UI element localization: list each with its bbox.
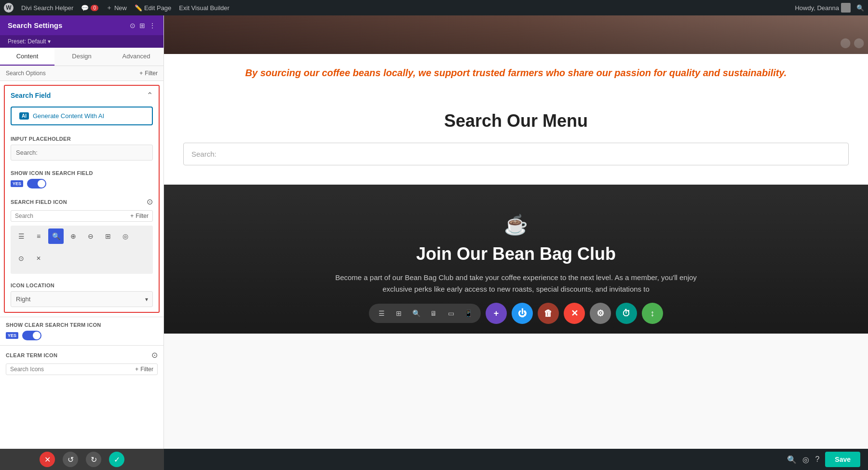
user-greeting[interactable]: Howdy, Deanna <box>795 3 851 13</box>
clear-icon-filter-button[interactable]: + Filter <box>135 366 153 373</box>
preset-label: Preset: Default <box>8 38 46 45</box>
search-bar-preview[interactable]: Search: <box>183 143 849 165</box>
clear-toggle-thumb <box>33 332 41 339</box>
panel-header: Search Settings ⊙ ⊞ ⋮ <box>0 15 163 35</box>
clear-toggle-wrapper: YES <box>6 331 158 340</box>
collapse-icon[interactable]: ⌃ <box>147 91 153 100</box>
exit-builder-link[interactable]: Exit Visual Builder <box>179 4 230 12</box>
dark-section: ☕ Join Our Bean Bag Club Become a part o… <box>164 185 868 334</box>
module-settings-button[interactable]: ⚙ <box>590 303 611 324</box>
delete-button[interactable]: 🗑 <box>538 303 559 324</box>
search-options-label: Search Options <box>6 70 46 77</box>
ai-generate-label: Generate Content With AI <box>33 112 104 120</box>
show-icon-toggle[interactable] <box>27 179 46 188</box>
plus-icon: + <box>139 70 143 77</box>
tablet-icon[interactable]: ▭ <box>444 307 458 320</box>
check-icon: ✓ <box>114 455 120 464</box>
settings-list-icon[interactable]: ☰ <box>375 307 388 320</box>
zoom-in-icon[interactable]: ⊕ <box>66 228 81 244</box>
new-label: New <box>114 4 127 12</box>
list2-icon[interactable]: ≡ <box>31 228 46 244</box>
circle-page-icon[interactable]: ◎ <box>802 455 809 464</box>
ai-generate-button[interactable]: AI Generate Content With AI <box>11 107 153 125</box>
join-club-text: Become a part of our Bean Bag Club and t… <box>323 272 709 295</box>
divi-helper-label: Divi Search Helper <box>21 4 73 12</box>
confirm-button[interactable]: ✓ <box>109 452 124 467</box>
admin-search-icon[interactable]: 🔍 <box>856 4 864 12</box>
plus-icon: + <box>135 366 138 373</box>
icon-grid: ☰ ≡ 🔍 ⊕ ⊖ ⊞ ◎ ⊙ ✕ <box>11 226 153 274</box>
tab-advanced[interactable]: Advanced <box>109 48 163 66</box>
icon-target-icon[interactable]: ⊙ <box>147 197 153 206</box>
zoom-fit-icon[interactable]: ⊞ <box>100 228 116 244</box>
show-clear-icon-label: Show Clear Search Term Icon <box>6 322 158 328</box>
comment-count-badge: 0 <box>91 5 98 11</box>
undo-button[interactable]: ↺ <box>63 452 78 467</box>
close-small-icon[interactable]: ✕ <box>31 251 46 266</box>
new-post-link[interactable]: ＋ New <box>106 3 127 12</box>
close-button[interactable]: ✕ <box>40 452 55 467</box>
plus-icon: ＋ <box>106 3 112 12</box>
filter-button[interactable]: + Filter <box>139 70 158 77</box>
tab-design[interactable]: Design <box>54 48 109 66</box>
undo-icon: ↺ <box>68 455 74 464</box>
panel-title: Search Settings <box>8 21 62 29</box>
comments-link[interactable]: 💬 0 <box>81 4 98 12</box>
icon-location-select[interactable]: Left Right <box>11 291 153 307</box>
clear-toggle-yes-label: YES <box>6 332 18 339</box>
show-clear-icon-toggle[interactable] <box>22 331 41 340</box>
filter-label: Filter <box>145 70 158 77</box>
section-header[interactable]: Search Field ⌃ <box>5 86 159 105</box>
input-placeholder-field[interactable] <box>11 145 153 161</box>
clear-icon-search-input[interactable] <box>10 366 132 373</box>
wp-logo-icon[interactable]: W <box>4 3 14 13</box>
coffee-cup-icon: ☕ <box>183 214 849 236</box>
power-button[interactable]: ⏻ <box>512 303 533 324</box>
list-icon[interactable]: ☰ <box>14 228 29 244</box>
preset-bar[interactable]: Preset: Default ▾ <box>0 35 163 48</box>
search-icon-selected[interactable]: 🔍 <box>48 228 64 244</box>
search3-icon[interactable]: ⊙ <box>14 251 29 266</box>
redo-button[interactable]: ↻ <box>86 452 101 467</box>
edit-page-link[interactable]: ✏️ Edit Page <box>135 4 171 12</box>
columns-icon[interactable]: ⊞ <box>139 22 145 29</box>
main-layout: Search Settings ⊙ ⊞ ⋮ Preset: Default ▾ … <box>0 15 868 470</box>
help-icon[interactable]: ? <box>815 455 819 464</box>
hero-image: ⬤ ⬤ <box>164 15 868 54</box>
desktop-icon[interactable]: 🖥 <box>427 307 440 320</box>
plus-icon: + <box>130 213 134 219</box>
search-page-icon[interactable]: 🔍 <box>787 455 797 464</box>
search-module-icon[interactable]: 🔍 <box>409 307 423 320</box>
close-icon: ✕ <box>44 455 51 464</box>
zoom-out-icon[interactable]: ⊖ <box>83 228 98 244</box>
input-placeholder-group: Input Placeholder <box>5 131 159 165</box>
tab-content[interactable]: Content <box>0 48 54 66</box>
save-button[interactable]: Save <box>825 452 860 467</box>
history-button[interactable]: ⏱ <box>616 303 637 324</box>
show-icon-label: Show Icon In Search Field <box>11 170 153 176</box>
more-icon[interactable]: ⋮ <box>149 22 156 29</box>
search-menu-section: Search Our Menu Search: <box>164 92 868 185</box>
show-clear-icon-section: Show Clear Search Term Icon YES <box>0 317 163 345</box>
clear-filter-label: Filter <box>140 366 153 373</box>
pencil-icon: ✏️ <box>135 4 142 12</box>
search-field-icon-label: Search Field Icon <box>11 199 67 205</box>
icon-search-input[interactable] <box>15 213 127 219</box>
search2-icon[interactable]: ◎ <box>118 228 133 244</box>
grid-view-icon[interactable]: ⊞ <box>392 307 406 320</box>
chevron-down-icon: ▾ <box>48 38 51 45</box>
clear-term-icon-section: Clear Term Icon ⊙ + Filter <box>0 345 163 380</box>
divi-search-helper-link[interactable]: Divi Search Helper <box>21 4 73 12</box>
drag-handle-button[interactable]: ↕ <box>642 303 663 324</box>
focus-icon[interactable]: ⊙ <box>130 22 136 29</box>
icon-filter-button[interactable]: + Filter <box>130 213 149 219</box>
clear-icon-target-icon[interactable]: ⊙ <box>151 350 158 360</box>
section-title: Search Field <box>11 92 51 99</box>
user-avatar <box>841 3 851 13</box>
mobile-icon[interactable]: 📱 <box>461 307 475 320</box>
toggle-yes-label: YES <box>11 180 23 187</box>
add-module-button[interactable]: + <box>486 303 507 324</box>
left-panel: Search Settings ⊙ ⊞ ⋮ Preset: Default ▾ … <box>0 15 164 470</box>
search-options-bar: Search Options + Filter <box>0 66 163 81</box>
close-module-button[interactable]: ✕ <box>564 303 585 324</box>
